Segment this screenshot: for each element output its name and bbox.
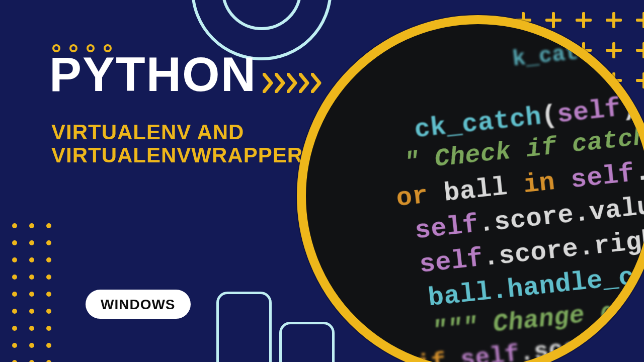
dot-icon: [12, 257, 17, 262]
rounded-square-a: [216, 292, 272, 362]
dot-icon: [12, 275, 17, 280]
dot-icon: [12, 360, 17, 362]
dot-icon: [46, 326, 51, 331]
dot-icon: [29, 309, 34, 314]
code-circle: k_catch() ck_catch(self): " Check if cat…: [297, 15, 644, 362]
plus-icon: [629, 5, 644, 35]
plus-icon: [569, 5, 599, 35]
subtitle: VIRTUALENV AND VIRTUALENVWRAPPER: [51, 121, 303, 167]
platform-tag: WINDOWS: [86, 290, 191, 319]
dot-icon: [12, 292, 17, 297]
chevron-right-icon: [263, 73, 275, 95]
chevron-right-icon: [299, 73, 311, 95]
dot-icon: [29, 240, 34, 245]
dot-icon: [46, 360, 51, 362]
headline-row: PYTHON: [49, 50, 323, 99]
dot-icon: [46, 292, 51, 297]
dot-icon: [12, 343, 17, 348]
dot-icon: [12, 326, 17, 331]
plus-icon: [629, 35, 644, 65]
chevrons: [263, 73, 323, 95]
chevron-right-icon: [287, 73, 299, 95]
dot-icon: [12, 240, 17, 245]
dot-icon: [46, 309, 51, 314]
subtitle-line-2: VIRTUALENVWRAPPER: [51, 144, 303, 167]
plus-icon: [629, 65, 644, 96]
dot-icon: [46, 257, 51, 262]
chevron-right-icon: [275, 73, 287, 95]
dot-icon: [46, 223, 51, 228]
dot-icon: [46, 343, 51, 348]
subtitle-line-1: VIRTUALENV AND: [51, 121, 303, 144]
dot-icon: [46, 275, 51, 280]
dot-icon: [29, 257, 34, 262]
code-inner: k_catch() ck_catch(self): " Check if cat…: [297, 15, 644, 362]
dot-icon: [29, 343, 34, 348]
headline-text: PYTHON: [49, 50, 257, 99]
dot-icon: [29, 360, 34, 362]
dot-icon: [29, 292, 34, 297]
chevron-right-icon: [311, 73, 323, 95]
dot-icon: [12, 223, 17, 228]
dot-icon: [12, 309, 17, 314]
dot-icon: [29, 223, 34, 228]
plus-icon: [599, 5, 629, 35]
dot-grid: [0, 217, 57, 362]
dot-icon: [29, 326, 34, 331]
dot-icon: [46, 240, 51, 245]
plus-icon: [599, 35, 629, 65]
dot-icon: [29, 275, 34, 280]
rounded-square-b: [279, 322, 335, 362]
